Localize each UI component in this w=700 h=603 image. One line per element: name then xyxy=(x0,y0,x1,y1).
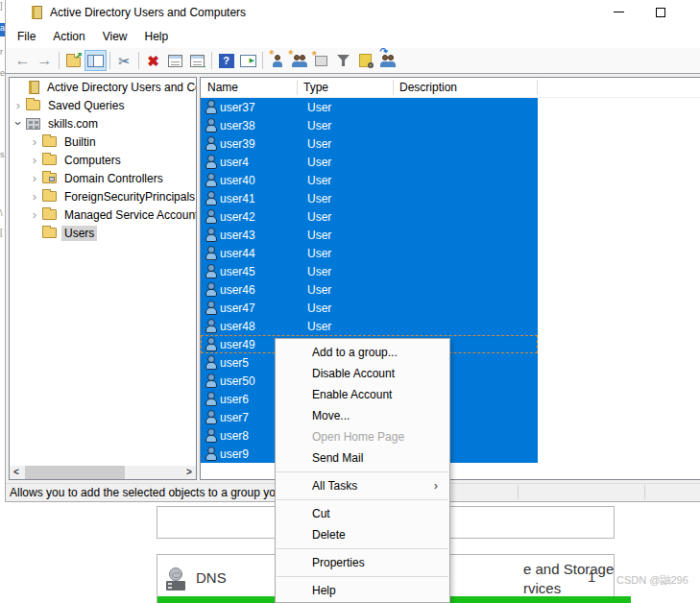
export-list-button[interactable]: → xyxy=(186,50,208,71)
menu-item-disable-account[interactable]: Disable Account xyxy=(276,363,449,384)
new-group-button[interactable]: * xyxy=(288,50,310,71)
dns-tile[interactable]: DNS xyxy=(196,569,227,586)
column-header-name[interactable]: Name xyxy=(201,78,297,97)
tree-item-skills-com[interactable]: ›skills.com xyxy=(10,114,196,133)
row-name: user38 xyxy=(220,119,299,133)
list-row-user46[interactable]: user46User xyxy=(201,280,538,299)
up-one-level-button[interactable]: ↗ xyxy=(62,50,84,71)
tree-item-active-directory-users-and-com[interactable]: Active Directory Users and Com xyxy=(10,78,196,96)
menu-item-delete[interactable]: Delete xyxy=(276,524,449,545)
user-icon xyxy=(205,228,217,242)
chevron-right-icon[interactable]: › xyxy=(29,190,40,203)
menu-item-label: Move... xyxy=(312,409,350,422)
tree-item-domain-controllers[interactable]: ›Domain Controllers xyxy=(10,169,196,187)
show-console-tree-button[interactable] xyxy=(84,50,107,71)
forward-button[interactable]: → xyxy=(34,50,56,71)
delete-icon: ✖ xyxy=(147,54,159,68)
filter-button[interactable] xyxy=(332,50,354,71)
tree-item-users[interactable]: Users xyxy=(10,224,196,242)
tree-item-label: Domain Controllers xyxy=(61,171,166,186)
menu-item-label: Send Mail xyxy=(312,451,363,465)
tree-item-computers[interactable]: ›Computers xyxy=(10,151,196,169)
row-name: user45 xyxy=(220,265,299,278)
properties-button[interactable] xyxy=(164,50,186,71)
user-icon xyxy=(205,155,217,169)
list-row-user44[interactable]: user44User xyxy=(201,244,538,262)
new-user-button[interactable]: * xyxy=(266,50,288,71)
user-icon xyxy=(205,100,217,114)
status-bar-divider xyxy=(644,485,645,499)
row-name: user44 xyxy=(220,247,299,260)
chevron-right-icon[interactable]: › xyxy=(29,154,40,166)
row-type: User xyxy=(307,156,331,169)
list-row-user45[interactable]: user45User xyxy=(201,262,538,280)
tree-horizontal-scrollbar[interactable]: < > xyxy=(10,466,196,479)
row-type: User xyxy=(307,119,331,133)
menu-help[interactable]: Help xyxy=(136,27,178,46)
change-domain-button[interactable]: ↷ xyxy=(376,50,398,71)
list-row-user40[interactable]: user40User xyxy=(201,171,538,189)
cut-button[interactable]: ✂ xyxy=(113,50,135,71)
minimize-button[interactable] xyxy=(601,0,636,24)
tree-item-saved-queries[interactable]: ›Saved Queries xyxy=(10,96,196,114)
console-icon xyxy=(29,81,39,94)
menu-item-enable-account[interactable]: Enable Account xyxy=(276,384,449,405)
export-list-icon: → xyxy=(190,55,205,67)
menu-view[interactable]: View xyxy=(94,27,136,46)
menu-item-move[interactable]: Move... xyxy=(276,405,449,426)
row-name: user42 xyxy=(220,210,299,224)
menu-item-all-tasks[interactable]: All Tasks› xyxy=(276,475,449,496)
file-storage-tile-line1[interactable]: e and Storage xyxy=(523,561,614,577)
chevron-right-icon[interactable]: › xyxy=(12,99,24,111)
list-row-user48[interactable]: user48User xyxy=(201,317,538,335)
scrollbar-thumb[interactable] xyxy=(25,466,125,479)
tree-item-label: Builtin xyxy=(61,134,99,150)
list-row-user43[interactable]: user43User xyxy=(201,226,538,244)
menu-item-label: Help xyxy=(312,584,336,597)
chevron-down-icon[interactable]: › xyxy=(12,118,25,130)
column-divider[interactable] xyxy=(393,80,394,95)
menu-item-cut[interactable]: Cut xyxy=(276,503,449,524)
find-button[interactable] xyxy=(354,50,376,71)
help-button[interactable]: ? xyxy=(215,50,237,71)
menu-item-properties[interactable]: Properties xyxy=(276,552,449,573)
tree-item-builtin[interactable]: ›Builtin xyxy=(10,133,196,151)
list-row-user42[interactable]: user42User xyxy=(201,207,538,226)
show-action-pane-button[interactable] xyxy=(237,50,259,71)
list-row-user38[interactable]: user38User xyxy=(201,116,538,134)
back-button[interactable]: ← xyxy=(12,50,34,71)
menu-item-label: Disable Account xyxy=(312,367,395,380)
tree-item-label: skills.com xyxy=(45,116,101,132)
chevron-right-icon[interactable]: › xyxy=(29,172,40,184)
list-row-user4[interactable]: user4User xyxy=(201,153,538,171)
file-storage-tile-line2[interactable]: rvices xyxy=(523,580,561,596)
list-row-user47[interactable]: user47User xyxy=(201,299,538,317)
scroll-left-icon[interactable]: < xyxy=(10,466,23,479)
globe-icon xyxy=(169,567,182,581)
menu-file[interactable]: File xyxy=(9,27,44,46)
delete-button[interactable]: ✖ xyxy=(142,50,164,71)
column-header-description[interactable]: Description xyxy=(393,78,537,97)
menu-action[interactable]: Action xyxy=(44,27,93,46)
menu-item-send-mail[interactable]: Send Mail xyxy=(276,447,449,469)
chevron-right-icon[interactable]: › xyxy=(29,208,40,221)
column-divider[interactable] xyxy=(537,80,538,95)
tree-item-managed-service-accounts[interactable]: ›Managed Service Accounts xyxy=(10,205,196,224)
column-divider[interactable] xyxy=(297,80,298,95)
column-header-type[interactable]: Type xyxy=(297,78,393,97)
list-row-user41[interactable]: user41User xyxy=(201,189,538,207)
tree-item-foreignsecurityprincipals[interactable]: ›ForeignSecurityPrincipals xyxy=(10,187,196,205)
maximize-icon xyxy=(656,8,665,17)
scroll-right-icon[interactable]: > xyxy=(182,466,196,479)
list-row-user37[interactable]: user37User xyxy=(201,98,538,116)
tree-item-label: Active Directory Users and Com xyxy=(44,80,196,95)
new-ou-button[interactable]: * xyxy=(310,50,332,71)
menu-item-add-to-a-group[interactable]: Add to a group... xyxy=(276,342,449,363)
menu-item-help[interactable]: Help xyxy=(276,580,449,601)
submenu-arrow-icon: › xyxy=(434,475,438,496)
row-type: User xyxy=(307,283,331,297)
maximize-button[interactable] xyxy=(643,0,678,24)
chevron-right-icon[interactable]: › xyxy=(29,135,40,148)
list-row-user39[interactable]: user39User xyxy=(201,134,538,153)
properties-icon xyxy=(168,55,182,67)
